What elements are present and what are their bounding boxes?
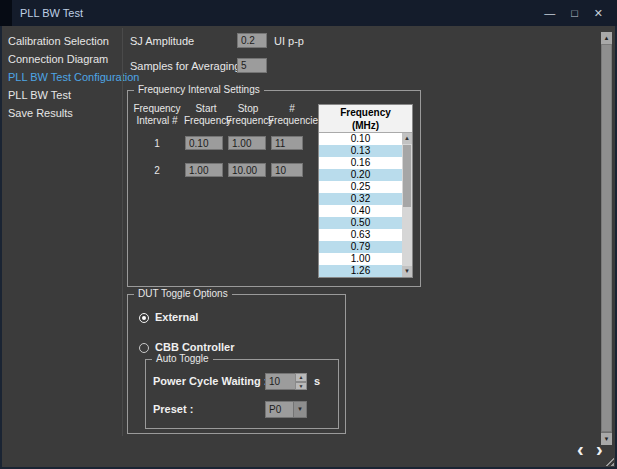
- column-header-frequency-interval: FrequencyInterval #: [130, 103, 184, 127]
- frequency-row[interactable]: 0.10: [319, 133, 402, 145]
- combo-arrow-icon[interactable]: ▼: [293, 402, 306, 417]
- spin-down-icon[interactable]: ▼: [295, 382, 307, 391]
- power-cycle-waiting-spinner[interactable]: ▲ ▼: [265, 373, 307, 390]
- start-frequency-input-2[interactable]: [185, 163, 223, 177]
- nav-next-icon[interactable]: ›: [596, 440, 603, 458]
- sidebar-item-pll-bw-test[interactable]: PLL BW Test: [0, 86, 121, 104]
- nav-prev-icon[interactable]: ‹: [577, 440, 584, 458]
- column-header-stop-frequency: StopFrequency: [226, 103, 270, 127]
- preset-selected-value: P0: [269, 402, 281, 417]
- main-content: Calibration Selection Connection Diagram…: [0, 26, 617, 469]
- frequency-row[interactable]: 0.63: [319, 229, 402, 241]
- preset-label: Preset :: [153, 403, 193, 415]
- cbb-controller-radio[interactable]: [139, 343, 149, 353]
- stop-frequency-input-1[interactable]: [228, 136, 266, 150]
- sidebar-item-save-results[interactable]: Save Results: [0, 104, 121, 122]
- sidebar-divider: [122, 28, 123, 436]
- frequency-row[interactable]: 1.00: [319, 253, 402, 265]
- frequency-table-header: Frequency (MHz): [319, 105, 412, 133]
- main-scroll-thumb[interactable]: [601, 44, 612, 432]
- title-bar[interactable]: PLL BW Test — □ ✕: [0, 0, 617, 26]
- pll-bw-test-window: PLL BW Test — □ ✕ Calibration Selection …: [0, 0, 617, 469]
- main-scrollbar[interactable]: ▲ ▼: [601, 32, 612, 445]
- table-scroll-thumb[interactable]: [403, 145, 411, 207]
- frequency-row[interactable]: 0.79: [319, 241, 402, 253]
- samples-for-averaging-label: Samples for Averaging: [130, 60, 240, 72]
- auto-toggle-title: Auto Toggle: [152, 353, 213, 364]
- sj-amplitude-input[interactable]: [237, 33, 267, 48]
- frequency-row[interactable]: 0.16: [319, 157, 402, 169]
- num-frequencies-input-2[interactable]: [271, 163, 303, 177]
- power-cycle-waiting-label: Power Cycle Waiting :: [153, 375, 268, 387]
- preset-dropdown[interactable]: P0 ▼: [265, 401, 307, 418]
- resize-grip[interactable]: [604, 456, 614, 466]
- window-controls: — □ ✕: [544, 0, 603, 26]
- sj-amplitude-label: SJ Amplitude: [130, 35, 194, 47]
- frequency-row[interactable]: 0.20: [319, 169, 402, 181]
- sidebar-item-pll-bw-test-configuration[interactable]: PLL BW Test Configuration: [0, 68, 121, 86]
- close-icon[interactable]: ✕: [594, 0, 603, 26]
- table-scroll-down-icon[interactable]: ▼: [402, 266, 412, 277]
- frequency-row[interactable]: 0.25: [319, 181, 402, 193]
- interval-number-1: 1: [130, 138, 184, 149]
- stop-frequency-input-2[interactable]: [228, 163, 266, 177]
- frequency-row[interactable]: 0.13: [319, 145, 402, 157]
- maximize-icon[interactable]: □: [571, 0, 578, 26]
- sj-amplitude-unit-label: UI p-p: [274, 35, 304, 47]
- minimize-icon[interactable]: —: [544, 0, 555, 26]
- frequency-row[interactable]: 1.26: [319, 265, 402, 277]
- spinner-buttons: ▲ ▼: [295, 373, 307, 390]
- power-cycle-waiting-input[interactable]: [265, 373, 296, 390]
- frequency-interval-settings-group: Frequency Interval Settings FrequencyInt…: [127, 90, 421, 287]
- frequency-row[interactable]: 0.40: [319, 205, 402, 217]
- frequency-row[interactable]: 0.32: [319, 193, 402, 205]
- main-scroll-up-icon[interactable]: ▲: [601, 32, 612, 44]
- samples-for-averaging-input[interactable]: [237, 58, 267, 73]
- frequency-row[interactable]: 0.50: [319, 217, 402, 229]
- table-scroll-up-icon[interactable]: ▲: [402, 133, 412, 144]
- app-icon: [0, 0, 12, 26]
- interval-number-2: 2: [130, 165, 184, 176]
- start-frequency-input-1[interactable]: [185, 136, 223, 150]
- external-radio-label[interactable]: External: [155, 311, 198, 323]
- spin-up-icon[interactable]: ▲: [295, 373, 307, 382]
- column-header-start-frequency: StartFrequency: [184, 103, 228, 127]
- sidebar-item-calibration-selection[interactable]: Calibration Selection: [0, 32, 121, 50]
- dut-toggle-options-group: DUT Toggle Options External CBB Controll…: [127, 294, 346, 434]
- column-header-num-frequencies: #Frequencies: [268, 103, 316, 127]
- frequency-table: Frequency (MHz) 0.10 0.13 0.16 0.20 0.25…: [318, 104, 413, 278]
- sidebar-item-connection-diagram[interactable]: Connection Diagram: [0, 50, 121, 68]
- window-title: PLL BW Test: [20, 7, 83, 19]
- frequency-table-body: 0.10 0.13 0.16 0.20 0.25 0.32 0.40 0.50 …: [319, 133, 412, 277]
- sidebar: Calibration Selection Connection Diagram…: [0, 32, 121, 122]
- external-radio[interactable]: [139, 313, 149, 323]
- dut-toggle-options-title: DUT Toggle Options: [134, 288, 232, 299]
- power-cycle-unit-label: s: [314, 375, 320, 387]
- table-scrollbar[interactable]: ▲ ▼: [402, 133, 412, 277]
- cbb-controller-radio-label[interactable]: CBB Controller: [155, 341, 234, 353]
- num-frequencies-input-1[interactable]: [271, 136, 303, 150]
- auto-toggle-group: Auto Toggle Power Cycle Waiting : ▲ ▼ s …: [145, 359, 339, 429]
- frequency-interval-settings-title: Frequency Interval Settings: [134, 84, 264, 95]
